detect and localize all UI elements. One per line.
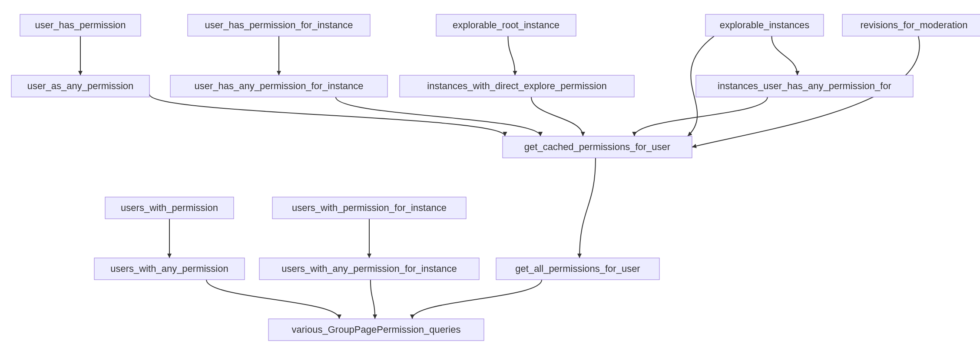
edge-users_with_any_permission--various_GroupPagePermission_queries: [206, 280, 339, 319]
node-label: user_as_any_permission: [27, 80, 134, 91]
node-label: users_with_any_permission: [110, 263, 228, 274]
node-user_as_any_permission: user_as_any_permission: [11, 75, 149, 97]
node-various_GroupPagePermission_queries: various_GroupPagePermission_queries: [268, 319, 484, 341]
edge-explorable_root_instance--instances_with_direct_explore_permission: [508, 36, 515, 75]
node-user_has_any_permission_for_instance: user_has_any_permission_for_instance: [170, 75, 387, 97]
edge-explorable_instances--instances_user_has_any_permission_for: [771, 36, 797, 75]
node-label: user_has_permission_for_instance: [205, 20, 353, 30]
node-get_all_permissions_for_user: get_all_permissions_for_user: [496, 258, 659, 280]
node-user_has_permission: user_has_permission: [20, 14, 141, 36]
node-label: instances_user_has_any_permission_for: [718, 80, 891, 91]
edge-user_as_any_permission--get_cached_permissions_for_user: [149, 94, 505, 136]
node-label: revisions_for_moderation: [860, 20, 967, 30]
node-users_with_any_permission: users_with_any_permission: [94, 258, 245, 280]
node-label: explorable_root_instance: [453, 20, 560, 30]
node-revisions_for_moderation: revisions_for_moderation: [842, 14, 980, 36]
node-label: get_cached_permissions_for_user: [524, 141, 670, 152]
node-get_cached_permissions_for_user: get_cached_permissions_for_user: [503, 136, 692, 158]
node-label: instances_with_direct_explore_permission: [427, 80, 606, 91]
edge-instances_user_has_any_permission_for--get_cached_permissions_for_user: [634, 97, 768, 136]
node-label: users_with_permission_for_instance: [292, 202, 447, 213]
node-users_with_permission_for_instance: users_with_permission_for_instance: [272, 197, 466, 219]
node-label: various_GroupPagePermission_queries: [292, 324, 461, 335]
edge-user_has_any_permission_for_instance--get_cached_permissions_for_user: [336, 97, 540, 136]
edge-get_all_permissions_for_user--various_GroupPagePermission_queries: [412, 280, 542, 319]
node-label: explorable_instances: [720, 20, 810, 30]
edge-get_cached_permissions_for_user--get_all_permissions_for_user: [579, 158, 596, 258]
node-instances_user_has_any_permission_for: instances_user_has_any_permission_for: [696, 75, 913, 97]
node-label: users_with_permission: [121, 202, 218, 213]
flowchart-diagram: user_has_permissionuser_has_permission_f…: [0, 0, 980, 348]
node-users_with_any_permission_for_instance: users_with_any_permission_for_instance: [259, 258, 479, 280]
node-label: users_with_any_permission_for_instance: [281, 263, 457, 274]
node-users_with_permission: users_with_permission: [105, 197, 234, 219]
node-instances_with_direct_explore_permission: instances_with_direct_explore_permission: [400, 75, 634, 97]
node-label: user_has_permission: [35, 20, 126, 30]
node-explorable_instances: explorable_instances: [705, 14, 824, 36]
node-explorable_root_instance: explorable_root_instance: [436, 14, 576, 36]
edge-instances_with_direct_explore_permission--get_cached_permissions_for_user: [531, 97, 583, 136]
node-user_has_permission_for_instance: user_has_permission_for_instance: [188, 14, 370, 36]
node-label: user_has_any_permission_for_instance: [195, 80, 364, 91]
edge-users_with_any_permission_for_instance--various_GroupPagePermission_queries: [371, 280, 375, 319]
node-label: get_all_permissions_for_user: [515, 263, 640, 274]
